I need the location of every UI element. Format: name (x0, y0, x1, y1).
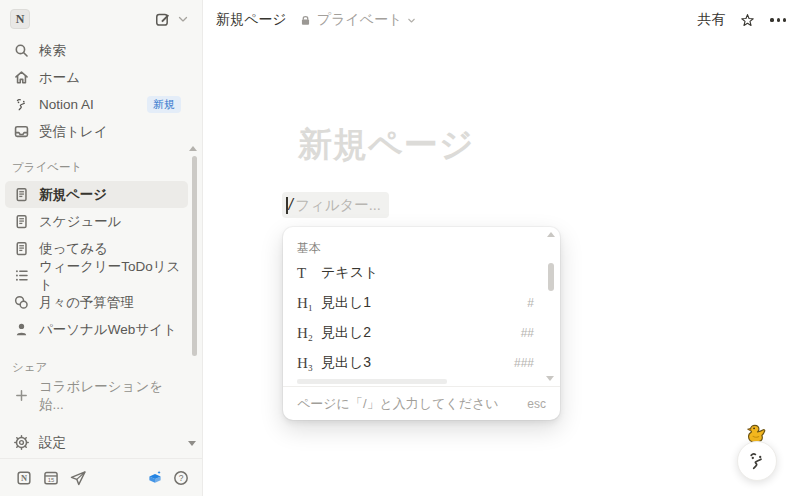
home-icon (12, 69, 30, 87)
gift-box-icon (146, 469, 164, 487)
page-icon (12, 213, 30, 231)
sidebar-item-label: コラボレーションを始... (39, 378, 181, 414)
coins-icon (12, 294, 30, 312)
notion-logo-icon: N (15, 469, 33, 487)
menu-item-heading3[interactable]: H₃ 見出し3 ### (288, 348, 543, 378)
clipped-menu-row (297, 379, 447, 384)
sidebar-item-label: ホーム (39, 69, 80, 87)
notion-ai-face-icon (12, 96, 30, 114)
menu-item-text[interactable]: T テキスト (288, 258, 543, 288)
menu-item-heading2[interactable]: H₂ 見出し2 ## (288, 318, 543, 348)
workspace-logo[interactable]: N (10, 9, 30, 29)
sidebar-item-schedule[interactable]: スケジュール (5, 208, 188, 235)
heading2-icon: H₂ (297, 325, 321, 342)
sidebar-item-label: 使ってみる (39, 240, 108, 258)
sidebar-item-label: 設定 (39, 434, 66, 452)
sidebar-item-start-collaboration[interactable]: コラボレーションを始... (5, 382, 188, 409)
new-page-compose-button[interactable] (151, 8, 173, 30)
calendar-icon: 15 (42, 469, 60, 487)
privacy-label: プライベート (317, 11, 403, 29)
gear-icon (12, 434, 30, 452)
menu-scroll-down-arrow[interactable] (546, 376, 554, 381)
workspace-switcher-chevron[interactable] (176, 12, 192, 28)
text-block-icon: T (297, 265, 321, 282)
templates-button[interactable] (143, 466, 167, 490)
slash-filter-placeholder: フィルター... (295, 196, 381, 215)
slash-command-input[interactable]: / フィルター... (282, 192, 389, 218)
privacy-dropdown[interactable]: プライベート (299, 11, 418, 29)
paper-plane-icon (69, 469, 87, 487)
bulleted-list-icon (12, 267, 30, 285)
sidebar-item-label: スケジュール (39, 213, 122, 231)
compose-icon (154, 11, 171, 28)
app-window: N 検索 ホーム (0, 0, 800, 496)
heading1-icon: H₁ (297, 295, 321, 312)
favorite-star-icon[interactable] (739, 12, 756, 29)
text-caret (286, 197, 288, 214)
sidebar-footer-divider (0, 458, 203, 459)
sidebar-scrollbar[interactable] (192, 156, 197, 356)
topbar: 新規ページ プライベート 共有 (204, 0, 800, 40)
person-icon (12, 321, 30, 339)
sidebar-item-label: 月々の予算管理 (39, 294, 134, 312)
slash-menu-scroll-area: 基本 T テキスト H₁ 見出し1 # H₂ 見出し2 ## H₃ 見出し3 #… (283, 227, 560, 386)
search-icon (12, 42, 30, 60)
page-icon (12, 186, 30, 204)
sidebar-header: N (0, 6, 203, 34)
invite-members-button[interactable] (66, 466, 90, 490)
sidebar-item-label: 検索 (39, 42, 66, 60)
sidebar-item-settings[interactable]: 設定 (5, 429, 188, 456)
sidebar-item-label: Notion AI (39, 97, 94, 112)
sidebar: N 検索 ホーム (0, 0, 203, 496)
svg-text:15: 15 (48, 477, 55, 483)
notion-ai-floating-button[interactable] (737, 441, 777, 481)
sidebar-item-home[interactable]: ホーム (5, 64, 188, 91)
slash-menu-footer: ページに「/」と入力してください esc (283, 386, 560, 420)
menu-footer-hint: ページに「/」と入力してください (297, 395, 499, 413)
section-private-label: プライベート (12, 160, 82, 175)
menu-scrollbar[interactable] (548, 263, 554, 291)
menu-scroll-up-arrow[interactable] (547, 232, 555, 237)
menu-footer-esc: esc (527, 397, 546, 411)
more-options-icon[interactable] (770, 18, 786, 21)
typed-slash: / (289, 196, 293, 214)
menu-section-basic: 基本 (297, 240, 321, 257)
inbox-icon (12, 123, 30, 141)
sidebar-scroll-down-arrow[interactable] (188, 441, 196, 446)
page-title-placeholder[interactable]: 新規ページ (298, 122, 475, 168)
heading3-icon: H₃ (297, 355, 321, 372)
sidebar-item-personal-website[interactable]: パーソナルWebサイト (5, 316, 188, 343)
menu-item-heading1[interactable]: H₁ 見出し1 # (288, 288, 543, 318)
chevron-down-icon (406, 15, 417, 26)
svg-text:N: N (21, 473, 27, 483)
sidebar-item-label: パーソナルWebサイト (39, 321, 177, 339)
section-share-label: シェア (12, 360, 47, 375)
slash-command-menu: 基本 T テキスト H₁ 見出し1 # H₂ 見出し2 ## H₃ 見出し3 #… (283, 227, 560, 420)
sidebar-item-budget[interactable]: 月々の予算管理 (5, 289, 188, 316)
sidebar-scroll-up-arrow[interactable] (189, 146, 197, 151)
sidebar-item-weekly-todo[interactable]: ウィークリーToDoリスト (5, 262, 188, 289)
sidebar-item-label: 新規ページ (39, 186, 107, 204)
sidebar-item-inbox[interactable]: 受信トレイ (5, 118, 188, 145)
sidebar-item-label: 受信トレイ (39, 123, 107, 141)
calendar-button[interactable]: 15 (39, 466, 63, 490)
share-button[interactable]: 共有 (697, 11, 725, 29)
notion-ai-face-icon (745, 449, 769, 473)
breadcrumb-page-title[interactable]: 新規ページ (216, 11, 287, 29)
notion-app-button[interactable]: N (12, 466, 36, 490)
sidebar-item-new-page[interactable]: 新規ページ (5, 181, 188, 208)
new-badge: 新規 (147, 96, 181, 113)
sidebar-item-search[interactable]: 検索 (5, 37, 188, 64)
help-button[interactable]: ? (169, 466, 193, 490)
question-mark-icon: ? (172, 469, 190, 487)
page-icon (12, 240, 30, 258)
svg-text:?: ? (179, 473, 184, 483)
sidebar-item-notion-ai[interactable]: Notion AI 新規 (5, 91, 188, 118)
plus-icon (12, 387, 30, 405)
lock-icon (299, 14, 312, 27)
chevron-down-icon (176, 12, 192, 26)
